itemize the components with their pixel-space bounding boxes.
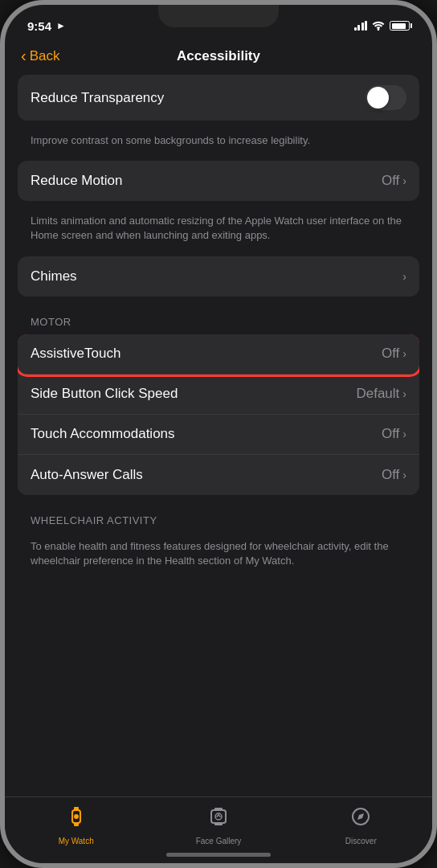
discover-icon [349, 805, 372, 833]
page-title: Accessibility [177, 48, 260, 64]
navigation-bar: ‹ Back Accessibility [5, 40, 432, 75]
tab-my-watch[interactable]: My Watch [5, 805, 147, 845]
svg-rect-2 [74, 822, 79, 826]
face-gallery-tab-label: Face Gallery [196, 837, 242, 845]
assistive-touch-row[interactable]: AssistiveTouch Off › [18, 334, 419, 375]
face-gallery-icon [207, 805, 230, 833]
battery-icon [390, 21, 410, 31]
assistive-touch-chevron-icon: › [402, 347, 406, 360]
reduce-transparency-description: Improve contrast on some backgrounds to … [18, 127, 419, 161]
discover-tab-label: Discover [345, 837, 377, 845]
wheelchair-description: To enable health and fitness features de… [18, 533, 419, 581]
reduce-motion-card: Reduce Motion Off › [18, 161, 419, 201]
wifi-icon [372, 21, 385, 31]
side-button-click-speed-row[interactable]: Side Button Click Speed Default › [18, 375, 419, 415]
reduce-motion-value: Off › [382, 173, 406, 189]
svg-point-3 [74, 814, 79, 819]
touch-accommodations-chevron-icon: › [402, 428, 406, 440]
svg-rect-4 [211, 810, 226, 823]
reduce-transparency-label: Reduce Transparency [31, 90, 164, 106]
side-button-click-speed-chevron-icon: › [402, 387, 406, 400]
reduce-transparency-toggle[interactable] [366, 85, 406, 110]
touch-accommodations-label: Touch Accommodations [31, 426, 175, 442]
auto-answer-calls-row[interactable]: Auto-Answer Calls Off › [18, 455, 419, 495]
status-icons [354, 21, 410, 31]
side-button-click-speed-label: Side Button Click Speed [31, 386, 178, 402]
back-chevron-icon: ‹ [21, 47, 27, 65]
svg-point-7 [215, 813, 222, 820]
status-time: 9:54 ► [27, 19, 66, 33]
auto-answer-calls-chevron-icon: › [402, 469, 406, 481]
reduce-transparency-row[interactable]: Reduce Transparency [18, 75, 419, 121]
wheelchair-section-header: WHEELCHAIR ACTIVITY [18, 502, 419, 533]
chimes-row[interactable]: Chimes › [18, 256, 419, 297]
home-indicator [166, 853, 271, 857]
touch-accommodations-row[interactable]: Touch Accommodations Off › [18, 415, 419, 455]
reduce-motion-row[interactable]: Reduce Motion Off › [18, 161, 419, 201]
volume-down-button[interactable] [0, 174, 2, 225]
svg-rect-1 [74, 807, 79, 811]
reduce-motion-chevron-icon: › [402, 174, 406, 187]
phone-frame: 9:54 ► [0, 0, 437, 868]
motor-settings-group: AssistiveTouch Off › Side Button Click S… [18, 334, 419, 495]
reduce-motion-label: Reduce Motion [31, 173, 122, 189]
chimes-card: Chimes › [18, 256, 419, 297]
svg-rect-6 [214, 822, 223, 825]
reduce-motion-description: Limits animation and automatic resizing … [18, 207, 419, 256]
my-watch-tab-label: My Watch [59, 837, 94, 845]
back-button[interactable]: ‹ Back [21, 47, 59, 65]
notch [158, 5, 279, 27]
svg-line-9 [218, 815, 220, 817]
location-icon: ► [56, 20, 66, 31]
my-watch-icon [65, 805, 88, 833]
volume-up-button[interactable] [0, 133, 2, 162]
chimes-chevron-icon: › [402, 270, 406, 283]
assistive-touch-container: AssistiveTouch Off › [18, 334, 419, 375]
svg-marker-11 [357, 813, 364, 820]
phone-screen: 9:54 ► [5, 5, 432, 863]
tab-face-gallery[interactable]: Face Gallery [147, 805, 289, 845]
reduce-transparency-card: Reduce Transparency [18, 75, 419, 121]
tab-discover[interactable]: Discover [290, 805, 432, 845]
auto-answer-calls-label: Auto-Answer Calls [31, 467, 143, 483]
signal-bars-icon [354, 21, 368, 31]
scroll-area[interactable]: Reduce Transparency Improve contrast on … [5, 75, 432, 788]
motor-section-header: MOTOR [18, 303, 419, 334]
svg-rect-5 [214, 808, 223, 811]
chimes-label: Chimes [31, 268, 77, 285]
mute-switch[interactable] [0, 235, 2, 286]
tab-bar: My Watch Face Gallery [5, 796, 432, 863]
back-label: Back [30, 48, 60, 64]
assistive-touch-label: AssistiveTouch [31, 346, 120, 362]
